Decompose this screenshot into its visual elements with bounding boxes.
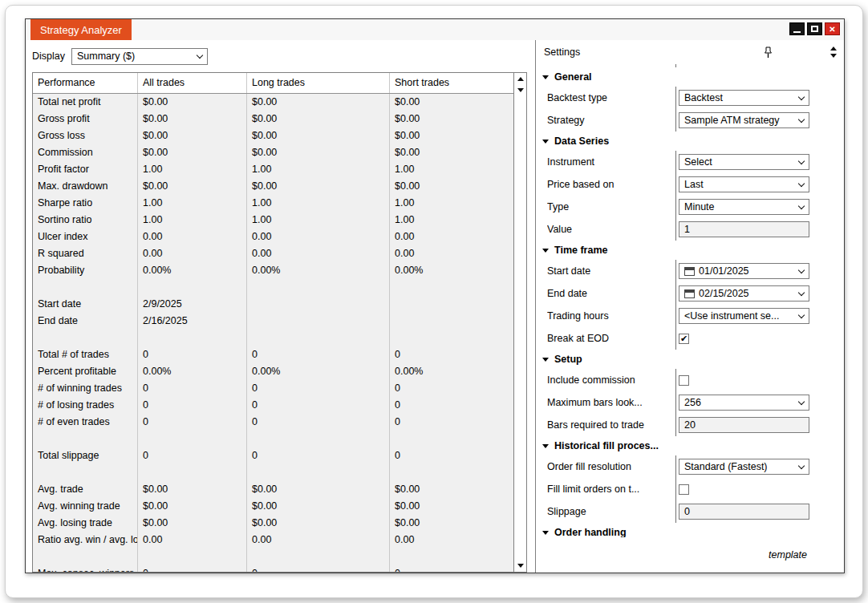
selected-value: Backtest	[684, 92, 795, 103]
table-row[interactable]	[33, 330, 513, 346]
pin-icon[interactable]	[764, 47, 773, 59]
selected-value: 02/15/2025	[699, 288, 795, 299]
table-row[interactable]: Total # of trades000	[33, 346, 513, 363]
property-control: Backtest	[679, 90, 809, 106]
metric-value: $0.00	[247, 515, 390, 532]
metric-value: $0.00	[390, 144, 513, 161]
table-row[interactable]: # of winning trades000	[33, 380, 513, 397]
table-scrollbar[interactable]	[513, 73, 526, 572]
checkbox-unchecked[interactable]	[679, 375, 689, 386]
minimize-button[interactable]	[789, 22, 805, 35]
table-row[interactable]: Commission$0.00$0.00$0.00	[33, 144, 513, 161]
property-label: Trading hours	[547, 310, 675, 322]
settings-section-header[interactable]: Order handling	[536, 523, 844, 537]
display-dropdown[interactable]: Summary ($)	[71, 48, 208, 65]
table-row[interactable]: Avg. losing trade$0.00$0.00$0.00	[33, 515, 513, 532]
dropdown[interactable]: Select	[679, 154, 809, 170]
metric-value: $0.00	[390, 515, 513, 532]
close-button[interactable]: ✕	[825, 22, 840, 35]
metric-value: $0.00	[138, 144, 247, 161]
metric-label: Avg. trade	[33, 481, 138, 498]
metric-value: 0	[138, 414, 247, 431]
dropdown[interactable]: Standard (Fastest)	[679, 459, 809, 475]
table-row[interactable]: Avg. trade$0.00$0.00$0.00	[33, 481, 513, 498]
chevron-down-icon	[798, 157, 805, 164]
table-row[interactable]: Percent profitable0.00%0.00%0.00%	[33, 363, 513, 380]
checkbox-checked[interactable]: ✔	[679, 334, 689, 344]
spin-up-icon[interactable]	[830, 47, 837, 51]
settings-section-header[interactable]: Data Series	[536, 132, 844, 151]
column-header[interactable]: Long trades	[247, 73, 390, 93]
dropdown[interactable]: Backtest	[679, 90, 809, 106]
metric-value	[247, 296, 390, 313]
metric-value: 0	[138, 565, 247, 573]
settings-section-header[interactable]: Time frame	[536, 241, 844, 260]
dropdown[interactable]: Last	[679, 176, 809, 192]
metric-value: 0	[390, 397, 513, 414]
metric-label: Gross profit	[33, 111, 138, 127]
metric-value: 1.00	[138, 212, 247, 229]
template-link[interactable]: template	[769, 549, 807, 561]
dropdown[interactable]: Sample ATM strategy	[679, 112, 809, 128]
table-row[interactable]: Total slippage000	[33, 447, 513, 464]
title-bar: Strategy Analyzer ✕	[26, 19, 844, 40]
scroll-down-button[interactable]	[514, 84, 526, 95]
table-row[interactable]: Gross profit$0.00$0.00$0.00	[33, 111, 513, 127]
table-row[interactable]: Ulcer index0.000.000.00	[33, 229, 513, 245]
scroll-up-button[interactable]	[514, 73, 526, 84]
metric-value	[390, 464, 513, 481]
checkbox-unchecked[interactable]	[679, 484, 689, 495]
table-row[interactable]: # of losing trades000	[33, 397, 513, 414]
text-input[interactable]: 1	[679, 221, 809, 237]
settings-sections: GeneralBacktest typeBacktestStrategySamp…	[536, 64, 844, 537]
table-row[interactable]: Total net profit$0.00$0.00$0.00	[33, 94, 513, 111]
table-row[interactable]: Gross loss$0.00$0.00$0.00	[33, 127, 513, 144]
metric-value: 0.00	[247, 229, 390, 245]
column-header[interactable]: Short trades	[390, 73, 513, 93]
property-control	[679, 375, 809, 386]
column-header[interactable]: All trades	[138, 73, 247, 93]
settings-section-header[interactable]: General	[536, 67, 844, 87]
text-input[interactable]: 20	[679, 417, 809, 433]
table-row[interactable]: Profit factor1.001.001.00	[33, 161, 513, 178]
property-row: Order fill resolutionStandard (Fastest)	[536, 455, 844, 478]
chevron-down-icon	[798, 93, 805, 99]
settings-scroll-spinner	[830, 47, 837, 58]
table-row[interactable]: Avg. winning trade$0.00$0.00$0.00	[33, 498, 513, 515]
date-dropdown[interactable]: 02/15/2025	[679, 285, 809, 302]
window-title-tab[interactable]: Strategy Analyzer	[30, 19, 132, 40]
table-row[interactable]	[33, 279, 513, 296]
metric-value	[390, 330, 513, 346]
settings-section-header[interactable]: Setup	[536, 350, 844, 369]
dropdown[interactable]: Minute	[679, 199, 809, 215]
table-row[interactable]: # of even trades000	[33, 414, 513, 431]
input-value: 20	[684, 419, 696, 431]
dropdown[interactable]: <Use instrument se...	[679, 308, 809, 324]
metric-value: 0	[390, 346, 513, 363]
table-row[interactable]: Start date2/9/2025	[33, 296, 513, 313]
scroll-down-button-bottom[interactable]	[514, 560, 526, 571]
table-row[interactable]: End date2/16/2025	[33, 313, 513, 330]
text-input[interactable]: 0	[679, 504, 809, 520]
table-row[interactable]: Ratio avg. win / avg. lo0.000.000.00	[33, 532, 513, 548]
column-header[interactable]: Performance	[33, 73, 138, 93]
table-row[interactable]	[33, 431, 513, 447]
table-row[interactable]: Sortino ratio1.001.001.00	[33, 212, 513, 229]
table-row[interactable]: Max. consec. winners000	[33, 565, 513, 573]
date-dropdown[interactable]: 01/01/2025	[679, 263, 809, 279]
table-row[interactable]	[33, 548, 513, 565]
spin-down-icon[interactable]	[830, 54, 837, 58]
display-row: Display Summary ($)	[32, 47, 527, 66]
chevron-down-icon	[798, 311, 805, 318]
section-title: Data Series	[554, 136, 609, 147]
settings-section-header[interactable]: Historical fill proces...	[536, 436, 844, 455]
maximize-button[interactable]	[807, 22, 822, 35]
table-row[interactable]: Probability0.00%0.00%0.00%	[33, 262, 513, 279]
metric-value: $0.00	[390, 111, 513, 127]
table-row[interactable]: Max. drawdown$0.00$0.00$0.00	[33, 178, 513, 195]
table-row[interactable]	[33, 464, 513, 481]
dropdown[interactable]: 256	[679, 395, 809, 411]
table-row[interactable]: R squared0.000.000.00	[33, 245, 513, 262]
metric-value: 0.00%	[138, 262, 247, 279]
table-row[interactable]: Sharpe ratio1.001.001.00	[33, 195, 513, 212]
